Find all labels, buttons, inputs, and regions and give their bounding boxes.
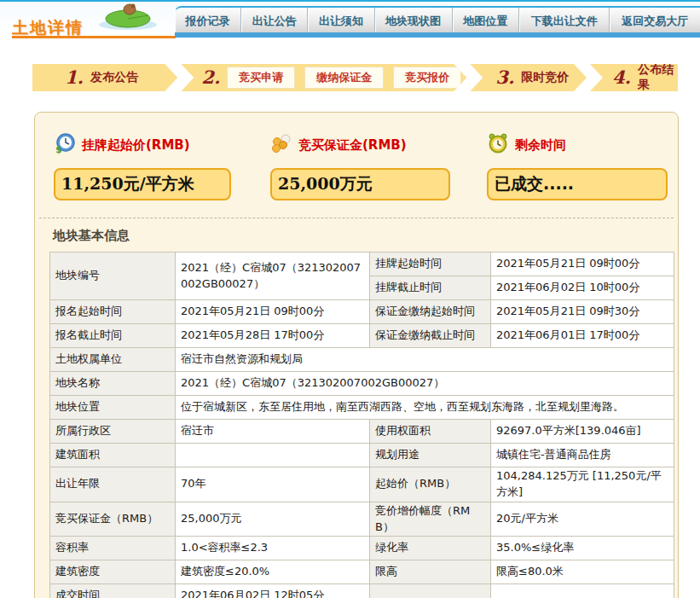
page-header: 土地详情 报价记录出让公告出让须知地块现状图地图位置下载出让文件返回交易大厅 xyxy=(0,0,700,38)
logo-underline xyxy=(12,36,176,38)
land-detail-panel: $ 挂牌起始价(RMB) 11,250元/平方米 竞买保证金(RMB) xyxy=(34,112,679,598)
table-value-cell: 2021年06月02日 12时05分 xyxy=(176,584,370,598)
step2-button-1[interactable]: 缴纳保证金 xyxy=(304,67,384,89)
table-label-cell: 使用权面积 xyxy=(370,420,491,444)
deposit-value: 25,000万元 xyxy=(270,168,450,200)
table-value-cell: 1.0<容积率≤2.3 xyxy=(176,537,370,560)
table-row: 成交时间2021年06月02日 12时05分 xyxy=(50,584,674,598)
land-info-table: 地块编号2021（经）C宿城07（321302007002GB00027）挂牌起… xyxy=(49,252,674,598)
table-label-cell: 绿化率 xyxy=(370,537,491,560)
table-label-cell: 报名起始时间 xyxy=(50,300,176,324)
summary-section: $ 挂牌起始价(RMB) 11,250元/平方米 竞买保证金(RMB) xyxy=(35,113,678,218)
step-label: 公布结果 xyxy=(638,62,678,93)
tab-3[interactable]: 地块现状图 xyxy=(375,8,453,34)
table-row: 土地权属单位宿迁市自然资源和规划局 xyxy=(50,348,674,372)
table-value-cell: 限高≤80.0米 xyxy=(491,560,674,584)
table-label-cell: 规划用途 xyxy=(370,444,491,467)
tab-1[interactable]: 出让公告 xyxy=(241,8,308,34)
table-value-cell: 城镇住宅-普通商品住房 xyxy=(491,444,674,467)
tab-4[interactable]: 地图位置 xyxy=(453,8,519,34)
table-row: 所属行政区宿迁市使用权面积92697.0平方米[139.046亩] xyxy=(50,420,674,444)
table-row: 地块编号2021（经）C宿城07（321302007002GB00027）挂牌起… xyxy=(50,253,674,276)
step-label: 发布公告 xyxy=(90,70,138,85)
table-label-cell: 报名截止时间 xyxy=(50,324,176,348)
table-row: 地块位置位于宿城新区，东至居住用地，南至西湖西路、空地，西至规划东海路，北至规划… xyxy=(50,396,674,420)
table-label-cell: 成交时间 xyxy=(50,584,176,598)
deposit-block: 竞买保证金(RMB) 25,000万元 xyxy=(270,131,450,200)
table-label-cell: 建筑密度 xyxy=(50,560,176,584)
start-price-block: $ 挂牌起始价(RMB) 11,250元/平方米 xyxy=(54,131,231,200)
tab-6[interactable]: 返回交易大厅 xyxy=(610,8,700,34)
table-value-cell: 2021年06月02日 10时00分 xyxy=(491,276,674,300)
table-label-cell: 出让年限 xyxy=(50,467,176,502)
table-label-cell: 限高 xyxy=(370,560,491,584)
step2-buttons: 竞买申请缴纳保证金竞买报价 xyxy=(227,67,471,89)
tab-2[interactable]: 出让须知 xyxy=(308,8,374,34)
step-number: 4. xyxy=(612,67,631,88)
step-timed-bidding: 3. 限时竞价 xyxy=(470,64,587,91)
table-label-cell: 土地权属单位 xyxy=(50,348,176,372)
step2-button-0[interactable]: 竞买申请 xyxy=(227,67,295,89)
nav-underline-bar xyxy=(175,32,700,38)
step-announce-result: 4. 公布结果 xyxy=(590,64,678,91)
table-row: 容积率1.0<容积率≤2.3绿化率35.0%≤绿化率 xyxy=(50,537,674,560)
table-row: 报名截止时间2021年05月28日 17时00分保证金缴纳截止时间2021年06… xyxy=(50,324,674,348)
deposit-label: 竞买保证金(RMB) xyxy=(298,137,407,154)
step-number: 1. xyxy=(65,67,84,88)
table-value-cell: 宿迁市 xyxy=(176,420,370,444)
table-value-cell: 2021年05月21日 09时00分 xyxy=(176,300,370,324)
step-number: 2. xyxy=(201,67,220,88)
table-label-cell xyxy=(370,584,491,598)
lotus-leaf-icon xyxy=(95,2,162,34)
step-label: 限时竞价 xyxy=(521,70,569,85)
table-row: 报名起始时间2021年05月21日 09时00分保证金缴纳起始时间2021年05… xyxy=(50,300,674,324)
table-value-cell: 2021年06月01日 17时00分 xyxy=(491,324,674,348)
table-label-cell: 挂牌起始时间 xyxy=(370,253,491,276)
table-value-cell: 70年 xyxy=(176,467,370,502)
table-value-cell xyxy=(491,584,674,598)
remaining-time-value: 已成交..... xyxy=(487,168,668,200)
table-label-cell: 建筑面积 xyxy=(50,444,176,467)
table-value-cell: 25,000万元 xyxy=(176,502,370,537)
table-value-cell: 92697.0平方米[139.046亩] xyxy=(491,420,674,444)
table-row: 出让年限70年起始价（RMB）104,284.125万元 [11,250元/平方… xyxy=(50,467,674,502)
table-label-cell: 竞买保证金（RMB） xyxy=(50,502,176,537)
table-value-cell: 35.0%≤绿化率 xyxy=(491,537,674,560)
table-label-cell: 保证金缴纳截止时间 xyxy=(370,324,491,348)
remaining-time-block: 剩余时间 已成交..... xyxy=(487,131,668,200)
money-clock-icon: $ xyxy=(54,132,76,158)
table-value-cell: 2021（经）C宿城07（321302007002GB00027） xyxy=(176,372,674,396)
table-value-cell: 建筑密度≤20.0% xyxy=(176,560,370,584)
table-value-cell: 2021年05月21日 09时30分 xyxy=(491,300,674,324)
step-bid-application: 2. 竞买申请缴纳保证金竞买报价 xyxy=(181,64,466,91)
site-logo: 土地详情 xyxy=(0,2,175,37)
tab-5[interactable]: 下载出让文件 xyxy=(519,8,610,34)
table-label-cell: 起始价（RMB） xyxy=(370,467,491,502)
tab-0[interactable]: 报价记录 xyxy=(175,8,241,34)
table-value-cell: 宿迁市自然资源和规划局 xyxy=(176,348,674,372)
step2-button-2[interactable]: 竞买报价 xyxy=(393,67,461,89)
table-value-cell: 位于宿城新区，东至居住用地，南至西湖西路、空地，西至规划东海路，北至规划里海路。 xyxy=(176,396,674,420)
table-value-cell: 20元/平方米 xyxy=(491,502,674,537)
table-value-cell: 2021（经）C宿城07（321302007002GB00027） xyxy=(176,253,370,300)
table-value-cell: 104,284.125万元 [11,250元/平方米] xyxy=(491,467,674,502)
table-row: 竞买保证金（RMB）25,000万元竞价增价幅度（RMB）20元/平方米 xyxy=(50,502,674,537)
table-value-cell: 2021年05月28日 17时00分 xyxy=(176,324,370,348)
land-info-table-body: 地块编号2021（经）C宿城07（321302007002GB00027）挂牌起… xyxy=(50,253,674,598)
svg-text:$: $ xyxy=(55,144,62,154)
section-title: 地块基本信息 xyxy=(53,228,678,244)
table-label-cell: 地块名称 xyxy=(50,372,176,396)
dashed-divider xyxy=(39,218,674,218)
table-label-cell: 保证金缴纳起始时间 xyxy=(370,300,491,324)
start-price-value: 11,250元/平方米 xyxy=(54,168,231,200)
table-label-cell: 容积率 xyxy=(50,537,176,560)
table-value-cell xyxy=(176,444,370,467)
table-label-cell: 所属行政区 xyxy=(50,420,176,444)
alarm-clock-icon xyxy=(487,132,509,158)
table-label-cell: 竞价增价幅度（RMB） xyxy=(370,502,491,537)
step-publish-notice: 1. 发布公告 xyxy=(32,64,177,91)
table-label-cell: 挂牌截止时间 xyxy=(370,276,491,300)
start-price-label: 挂牌起始价(RMB) xyxy=(82,137,190,154)
table-row: 地块名称2021（经）C宿城07（321302007002GB00027） xyxy=(50,372,674,396)
table-label-cell: 地块位置 xyxy=(50,396,176,420)
